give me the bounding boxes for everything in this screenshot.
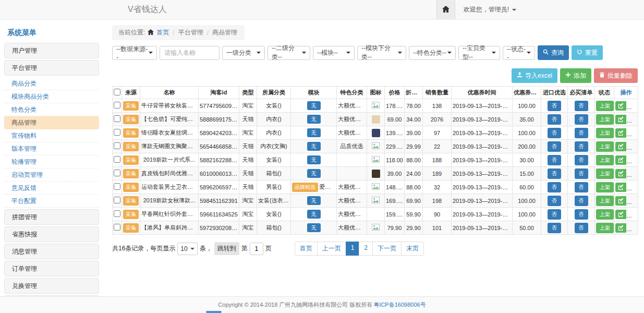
filter-select[interactable]: --状态-- bbox=[503, 46, 535, 60]
sidebar-item[interactable]: 意见反馈 bbox=[4, 182, 99, 195]
horizontal-scrollbar-thumb[interactable] bbox=[206, 311, 222, 313]
sidebar-submenu: 商品分类模块商品分类特色分类商品管理宣传物料版本管理轮播管理启动页管理意见反馈平… bbox=[4, 77, 99, 208]
status-button[interactable]: 上架 bbox=[596, 223, 614, 233]
sidebar-group[interactable]: 订单管理 bbox=[4, 261, 99, 276]
must-buy-toggle[interactable]: 否 bbox=[575, 209, 588, 220]
status-button[interactable]: 上架 bbox=[596, 155, 614, 165]
filter-select[interactable]: --模块-- bbox=[313, 46, 355, 60]
edit-button[interactable] bbox=[615, 128, 626, 138]
filter-select[interactable]: --二级分类-- bbox=[268, 46, 310, 60]
filter-select[interactable]: --特色分类-- bbox=[409, 46, 456, 60]
edit-button[interactable] bbox=[615, 223, 626, 233]
edit-button[interactable] bbox=[615, 142, 626, 151]
import-excel-button[interactable]: 导入excel bbox=[512, 68, 557, 83]
import-select-toggle[interactable]: 否 bbox=[548, 223, 561, 233]
import-select-toggle[interactable]: 否 bbox=[548, 141, 561, 152]
must-buy-toggle[interactable]: 否 bbox=[575, 196, 588, 206]
row-checkbox[interactable] bbox=[114, 197, 120, 203]
icp-link[interactable]: 粤ICP备16098006号 bbox=[373, 301, 426, 309]
edit-button[interactable] bbox=[615, 210, 626, 219]
status-button[interactable]: 上架 bbox=[596, 141, 614, 152]
sidebar-item[interactable]: 版本管理 bbox=[4, 142, 99, 155]
sidebar-group[interactable]: 省惠快报 bbox=[4, 226, 99, 242]
status-button[interactable]: 上架 bbox=[596, 209, 614, 220]
edit-button[interactable] bbox=[615, 183, 626, 192]
import-select-toggle[interactable]: 否 bbox=[548, 114, 561, 125]
edit-button[interactable] bbox=[615, 115, 626, 124]
must-buy-toggle[interactable]: 否 bbox=[575, 155, 588, 165]
must-buy-toggle[interactable]: 否 bbox=[575, 223, 588, 233]
edit-button[interactable] bbox=[615, 155, 626, 165]
per-page-select[interactable]: 10 bbox=[177, 243, 197, 255]
user-menu[interactable]: 欢迎您，管理员! bbox=[464, 5, 516, 14]
status-button[interactable]: 上架 bbox=[596, 101, 614, 111]
import-select-toggle[interactable]: 否 bbox=[548, 155, 561, 165]
page-button[interactable]: 2 bbox=[359, 242, 373, 256]
sidebar-group[interactable]: 平台管理 bbox=[4, 60, 99, 76]
must-buy-toggle[interactable]: 否 bbox=[575, 128, 588, 138]
sidebar-item[interactable]: 商品分类 bbox=[4, 77, 99, 90]
import-select-toggle[interactable]: 否 bbox=[548, 128, 561, 138]
sidebar-item[interactable]: 特色分类 bbox=[4, 103, 99, 116]
filter-select[interactable]: --宝贝类型-- bbox=[458, 46, 500, 60]
taoke-id: 601000601341 bbox=[199, 167, 239, 180]
sidebar-item[interactable]: 商品管理 bbox=[4, 116, 99, 129]
status-button[interactable]: 上架 bbox=[596, 196, 614, 206]
sidebar-item[interactable]: 宣传物料 bbox=[4, 129, 99, 142]
filter-select[interactable]: --模块下分类-- bbox=[357, 46, 406, 60]
edit-button[interactable] bbox=[615, 101, 626, 111]
import-select-toggle[interactable]: 否 bbox=[548, 209, 561, 220]
sidebar-item[interactable]: 轮播管理 bbox=[4, 155, 99, 168]
page-button[interactable]: 末页 bbox=[401, 242, 424, 256]
page-button[interactable]: 下一页 bbox=[372, 242, 402, 256]
reset-button[interactable]: 重置 bbox=[572, 45, 603, 60]
row-checkbox[interactable] bbox=[114, 142, 120, 149]
status-button[interactable]: 上架 bbox=[596, 168, 614, 179]
row-checkbox[interactable] bbox=[114, 115, 120, 122]
must-buy-toggle[interactable]: 否 bbox=[575, 168, 588, 179]
sidebar-group[interactable]: 消息管理 bbox=[4, 244, 99, 259]
select-all-checkbox[interactable] bbox=[114, 89, 120, 95]
import-select-toggle[interactable]: 否 bbox=[548, 168, 561, 179]
must-buy-toggle[interactable]: 否 bbox=[575, 182, 588, 192]
sidebar-group[interactable]: 拼团管理 bbox=[4, 209, 99, 225]
breadcrumb-home-link[interactable]: 首页 bbox=[156, 28, 169, 37]
jump-button[interactable]: 跳转到 bbox=[214, 242, 239, 255]
name-search-input[interactable] bbox=[160, 46, 220, 60]
sidebar-item[interactable]: 平台配置 bbox=[4, 195, 99, 208]
row-checkbox[interactable] bbox=[114, 210, 120, 217]
must-buy-toggle[interactable]: 否 bbox=[575, 101, 588, 111]
edit-button[interactable] bbox=[615, 169, 626, 178]
row-checkbox[interactable] bbox=[114, 156, 120, 163]
row-checkbox[interactable] bbox=[114, 129, 120, 136]
row-checkbox[interactable] bbox=[114, 183, 120, 190]
add-button[interactable]: 添加 bbox=[560, 68, 591, 83]
import-select-toggle[interactable]: 否 bbox=[548, 182, 561, 192]
sidebar-item[interactable]: 模块商品分类 bbox=[4, 90, 99, 103]
import-select-toggle[interactable]: 否 bbox=[548, 101, 561, 111]
home-button[interactable] bbox=[436, 0, 455, 20]
page-button[interactable]: 1 bbox=[346, 242, 360, 256]
row-checkbox[interactable] bbox=[114, 170, 120, 176]
page-button[interactable]: 上一页 bbox=[317, 242, 346, 256]
sidebar-group[interactable]: 兑换管理 bbox=[4, 278, 99, 294]
must-buy-toggle[interactable]: 否 bbox=[575, 141, 588, 152]
taoke-id: 597293020870 bbox=[199, 221, 239, 235]
import-select-toggle[interactable]: 否 bbox=[548, 196, 561, 206]
sidebar-item[interactable]: 启动页管理 bbox=[4, 168, 99, 182]
row-checkbox[interactable] bbox=[114, 224, 120, 231]
page-number-input[interactable] bbox=[250, 243, 263, 255]
status-button[interactable]: 上架 bbox=[596, 182, 614, 192]
sidebar-group[interactable]: 用户管理 bbox=[4, 43, 99, 58]
status-button[interactable]: 上架 bbox=[596, 128, 614, 138]
row-checkbox[interactable] bbox=[114, 102, 120, 109]
filter-select[interactable]: 一级分类 bbox=[222, 46, 265, 60]
edit-button[interactable] bbox=[615, 196, 626, 206]
import-select-cell: 否 bbox=[541, 194, 568, 208]
batch-delete-button[interactable]: 批量删除 bbox=[594, 68, 638, 83]
query-button[interactable]: 查询 bbox=[538, 45, 569, 60]
filter-select[interactable]: --数据来源-- bbox=[112, 46, 157, 60]
status-button[interactable]: 上架 bbox=[596, 114, 614, 125]
page-button[interactable]: 首页 bbox=[295, 242, 318, 256]
must-buy-toggle[interactable]: 否 bbox=[575, 114, 588, 125]
